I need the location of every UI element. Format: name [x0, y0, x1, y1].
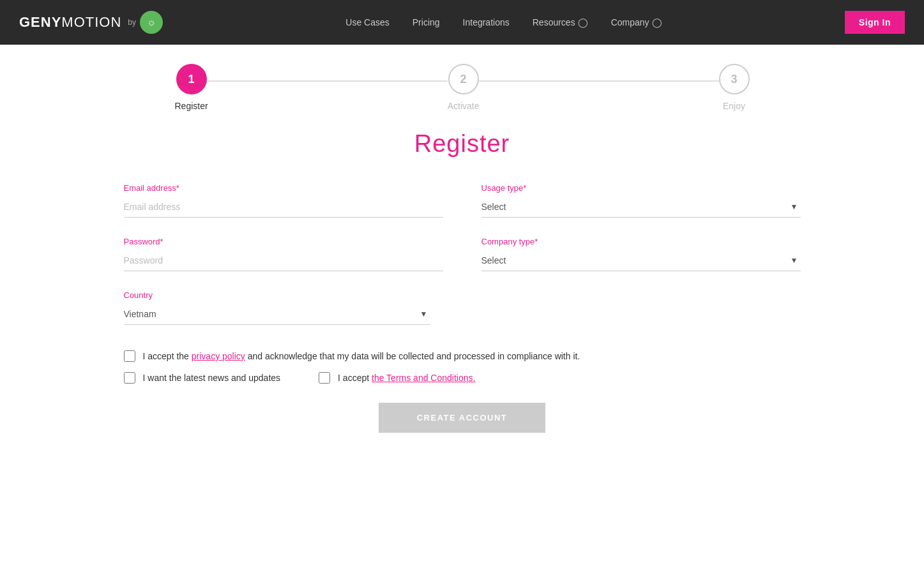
- step-2: 2 Activate: [448, 64, 480, 111]
- form-row-1: Email address* Usage type* Select Person…: [124, 183, 801, 218]
- circle-icon: ◯: [652, 17, 662, 27]
- newsletter-row: I want the latest news and updates: [124, 372, 281, 384]
- usage-type-select-wrapper: Select Personal Professional Education ▼: [481, 197, 801, 218]
- step-1-label: Register: [175, 101, 208, 111]
- step-1-circle: 1: [176, 64, 207, 94]
- create-account-wrapper: CREATE ACCOUNT: [124, 403, 801, 433]
- company-type-group: Company type* Select Startup SMB Enterpr…: [481, 237, 801, 271]
- newsletter-label: I want the latest news and updates: [143, 373, 281, 383]
- logo-text: GENYMOTION: [19, 14, 121, 31]
- register-title: Register: [0, 130, 924, 158]
- privacy-policy-row: I accept the privacy policy and acknowle…: [124, 350, 801, 362]
- privacy-policy-checkbox[interactable]: [124, 350, 135, 362]
- usage-type-select[interactable]: Select Personal Professional Education: [481, 197, 801, 217]
- password-label: Password*: [124, 237, 443, 246]
- step-3-circle: 3: [719, 64, 750, 94]
- terms-checkbox[interactable]: [319, 372, 330, 384]
- step-1: 1 Register: [175, 64, 208, 111]
- logo-icon: ☼: [140, 11, 163, 34]
- privacy-policy-link[interactable]: privacy policy: [192, 351, 245, 361]
- form-row-2: Password* Company type* Select Startup S…: [124, 237, 801, 271]
- email-group: Email address*: [124, 183, 443, 218]
- step-3-label: Enjoy: [723, 101, 745, 111]
- company-type-select-wrapper: Select Startup SMB Enterprise Non-profit…: [481, 250, 801, 271]
- email-field[interactable]: [124, 197, 443, 218]
- newsletter-checkbox[interactable]: [124, 372, 135, 384]
- create-account-button[interactable]: CREATE ACCOUNT: [379, 403, 546, 433]
- nav-links: Use Cases Pricing Integrations Resources…: [345, 17, 662, 27]
- navigation: GENYMOTION by ☼ Use Cases Pricing Integr…: [0, 0, 924, 45]
- terms-link[interactable]: the Terms and Conditions.: [372, 373, 475, 383]
- nav-item-pricing[interactable]: Pricing: [413, 17, 440, 27]
- nav-item-integrations[interactable]: Integrations: [463, 17, 510, 27]
- form-row-country: Country Vietnam United States France Ger…: [124, 290, 801, 325]
- main-content: Register Email address* Usage type* Sele…: [0, 117, 924, 458]
- step-3: 3 Enjoy: [719, 64, 750, 111]
- country-group: Country Vietnam United States France Ger…: [124, 290, 430, 325]
- company-type-label: Company type*: [481, 237, 801, 246]
- usage-type-label: Usage type*: [481, 183, 801, 193]
- email-label: Email address*: [124, 183, 443, 193]
- country-select-wrapper: Vietnam United States France Germany Uni…: [124, 304, 430, 325]
- step-2-circle: 2: [448, 64, 479, 94]
- step-2-label: Activate: [448, 101, 480, 111]
- checkboxes-section: I accept the privacy policy and acknowle…: [124, 344, 801, 384]
- nav-item-resources[interactable]: Resources ◯: [533, 17, 588, 27]
- company-type-select[interactable]: Select Startup SMB Enterprise Non-profit: [481, 250, 801, 271]
- terms-label: I accept the Terms and Conditions.: [338, 373, 475, 383]
- step-line-2: [479, 80, 718, 82]
- logo[interactable]: GENYMOTION by ☼: [19, 11, 163, 34]
- checkbox-split-row: I want the latest news and updates I acc…: [124, 372, 801, 384]
- register-form: Email address* Usage type* Select Person…: [124, 183, 801, 433]
- logo-by-text: by: [128, 18, 136, 27]
- step-line-1: [208, 80, 448, 82]
- country-select[interactable]: Vietnam United States France Germany Uni…: [124, 304, 430, 324]
- sign-in-button[interactable]: Sign In: [845, 11, 905, 34]
- chevron-down-icon: ◯: [578, 17, 588, 27]
- stepper: 1 Register 2 Activate 3 Enjoy: [0, 45, 924, 117]
- country-label: Country: [124, 290, 430, 300]
- usage-type-group: Usage type* Select Personal Professional…: [481, 183, 801, 218]
- nav-item-company[interactable]: Company ◯: [611, 17, 662, 27]
- password-group: Password*: [124, 237, 443, 271]
- terms-row: I accept the Terms and Conditions.: [319, 372, 475, 384]
- password-field[interactable]: [124, 250, 443, 271]
- privacy-policy-text: I accept the privacy policy and acknowle…: [143, 351, 580, 361]
- nav-item-use-cases[interactable]: Use Cases: [345, 17, 389, 27]
